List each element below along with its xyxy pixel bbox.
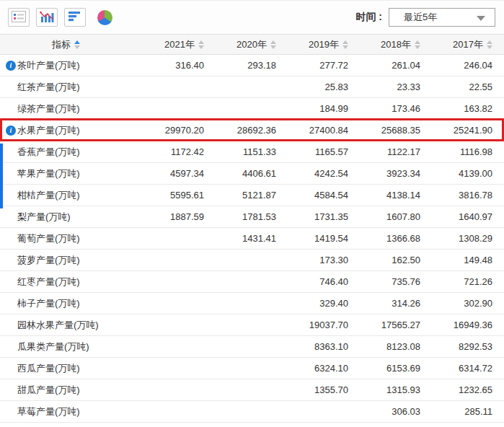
indicator-label: 水果产量(万吨) — [17, 125, 80, 136]
value-cell: 25241.90 — [420, 125, 492, 136]
indicator-cell: 柑桔产量(万吨) — [0, 189, 132, 202]
table-row[interactable]: 西瓜产量(万吨)6324.106153.696314.72 — [0, 358, 504, 379]
value-cell: 4597.34 — [132, 168, 204, 179]
value-cell: 4139.00 — [420, 168, 492, 179]
value-cell: 162.50 — [348, 255, 420, 265]
table-row[interactable]: 梨产量(万吨)1887.591781.531731.351607.801640.… — [0, 206, 504, 228]
indicator-cell: 绿茶产量(万吨) — [0, 102, 132, 115]
value-cell: 22.55 — [420, 82, 492, 92]
value-cell: 173.46 — [348, 103, 420, 114]
value-cell: 8123.08 — [348, 341, 420, 352]
value-cell: 173.30 — [276, 255, 348, 265]
value-cell: 1887.59 — [132, 211, 204, 222]
table-row[interactable]: 菠萝产量(万吨)173.30162.50149.48 — [0, 250, 504, 271]
indicator-cell: 香蕉产量(万吨) — [0, 146, 132, 159]
value-cell: 285.11 — [420, 406, 492, 417]
value-cell: 3923.34 — [348, 168, 420, 179]
horizontal-bar-chart-button[interactable] — [64, 8, 86, 27]
table-row[interactable]: i水果产量(万吨)29970.2028692.3627400.8425688.3… — [0, 120, 504, 141]
indicator-cell: 苹果产量(万吨) — [0, 167, 132, 180]
indicator-label: 甜瓜产量(万吨) — [17, 384, 80, 395]
table-row[interactable]: 香蕉产量(万吨)1172.421151.331165.571122.171116… — [0, 141, 504, 163]
stats-table-app: 时间 : 最近5年 指标 2021年 2020年 2019年 2018年 — [0, 0, 504, 427]
value-cell: 29970.20 — [132, 125, 204, 136]
value-cell: 163.82 — [420, 103, 492, 114]
table-row[interactable]: 柑桔产量(万吨)5595.615121.874584.544138.143816… — [0, 185, 504, 206]
line-bar-chart-icon — [40, 11, 54, 25]
year-header-label: 2019年 — [309, 38, 339, 51]
value-cell: 19037.70 — [276, 320, 348, 330]
value-cell: 329.40 — [276, 298, 348, 309]
indicator-header-label: 指标 — [52, 38, 71, 51]
value-cell: 149.48 — [420, 255, 492, 265]
indicator-cell: i茶叶产量(万吨) — [0, 59, 132, 72]
value-cell: 25.83 — [276, 82, 348, 92]
value-cell: 8363.10 — [276, 341, 348, 352]
indicator-label: 草莓产量(万吨) — [17, 406, 80, 417]
year-column-header-2017[interactable]: 2017年 — [420, 38, 492, 51]
info-icon[interactable]: i — [6, 126, 16, 136]
value-cell: 1116.98 — [420, 146, 492, 157]
sort-icon — [487, 40, 492, 49]
year-header-label: 2017年 — [453, 38, 483, 51]
sort-icon — [342, 40, 348, 49]
indicator-label: 香蕉产量(万吨) — [17, 146, 80, 157]
horizontal-bar-chart-icon — [68, 11, 81, 24]
value-cell: 1607.80 — [348, 211, 420, 222]
value-cell: 5121.87 — [204, 190, 276, 201]
table-row[interactable]: 苹果产量(万吨)4597.344406.614242.543923.344139… — [0, 163, 504, 185]
value-cell: 6153.69 — [348, 363, 420, 374]
table-row[interactable]: 绿茶产量(万吨)184.99173.46163.82 — [0, 98, 504, 120]
year-column-header-2018[interactable]: 2018年 — [348, 38, 420, 51]
chevron-down-icon — [477, 16, 485, 21]
indicator-cell: 红茶产量(万吨) — [0, 81, 132, 94]
value-cell: 3816.78 — [420, 190, 492, 201]
year-column-header-2019[interactable]: 2019年 — [276, 38, 348, 51]
value-cell: 25688.35 — [348, 125, 420, 136]
year-header-label: 2020年 — [236, 38, 267, 51]
table-header: 指标 2021年 2020年 2019年 2018年 2017年 — [0, 34, 504, 55]
table-row[interactable]: i茶叶产量(万吨)316.40293.18277.72261.04246.04 — [0, 55, 504, 76]
value-cell: 28692.36 — [204, 125, 276, 136]
line-bar-chart-button[interactable] — [36, 8, 58, 27]
scroll-indicator[interactable] — [0, 144, 3, 208]
value-cell: 1366.68 — [348, 233, 420, 244]
indicator-cell: 梨产量(万吨) — [0, 211, 132, 224]
table-row[interactable]: 红枣产量(万吨)746.40735.76721.26 — [0, 271, 504, 293]
indicator-label: 苹果产量(万吨) — [17, 168, 80, 179]
table-row[interactable]: 瓜果类产量(万吨)8363.108123.088292.53 — [0, 336, 504, 358]
value-cell: 23.33 — [348, 82, 420, 92]
indicator-cell: 红枣产量(万吨) — [0, 276, 132, 289]
indicator-label: 红茶产量(万吨) — [17, 82, 80, 92]
value-cell: 1151.33 — [204, 146, 276, 157]
year-column-header-2020[interactable]: 2020年 — [204, 38, 276, 51]
table-row[interactable]: 甜瓜产量(万吨)1355.701315.931232.65 — [0, 379, 504, 401]
time-range-select[interactable]: 最近5年 — [389, 8, 495, 27]
value-cell: 1165.57 — [276, 146, 348, 157]
value-cell: 1431.41 — [204, 233, 276, 244]
value-cell: 1355.70 — [276, 384, 348, 395]
indicator-cell: 葡萄产量(万吨) — [0, 232, 132, 245]
value-cell: 246.04 — [420, 60, 492, 71]
indicator-cell: 菠萝产量(万吨) — [0, 254, 132, 267]
indicator-label: 菠萝产量(万吨) — [17, 255, 80, 265]
indicator-label: 柿子产量(万吨) — [17, 298, 80, 309]
value-cell: 17565.27 — [348, 320, 420, 330]
year-header-label: 2021年 — [164, 38, 195, 51]
year-column-header-2021[interactable]: 2021年 — [132, 38, 204, 51]
table-row[interactable]: 草莓产量(万吨)306.03285.11 — [0, 401, 504, 423]
value-cell: 184.99 — [276, 103, 348, 114]
indicator-label: 西瓜产量(万吨) — [17, 363, 80, 374]
toolbar: 时间 : 最近5年 — [0, 1, 504, 34]
table-row[interactable]: 红茶产量(万吨)25.8323.3322.55 — [0, 76, 504, 98]
indicator-column-header[interactable]: 指标 — [0, 38, 132, 51]
table-row[interactable]: 园林水果产量(万吨)19037.7017565.2716949.36 — [0, 314, 504, 336]
table-row[interactable]: 葡萄产量(万吨)1431.411419.541366.681308.29 — [0, 228, 504, 250]
indicator-label: 葡萄产量(万吨) — [17, 233, 80, 244]
value-cell: 1122.17 — [348, 146, 420, 157]
pie-chart-button[interactable] — [95, 8, 114, 27]
list-view-button[interactable] — [8, 8, 30, 27]
time-label: 时间 : — [355, 11, 382, 24]
table-row[interactable]: 柿子产量(万吨)329.40314.26302.90 — [0, 293, 504, 314]
info-icon[interactable]: i — [6, 61, 16, 71]
